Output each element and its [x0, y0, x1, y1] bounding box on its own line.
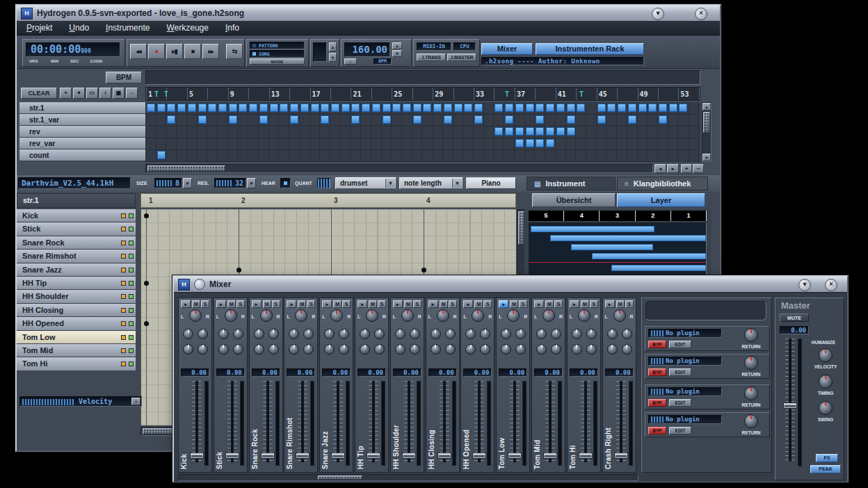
solo-led[interactable] — [129, 254, 134, 259]
instrument-row[interactable]: Kick — [17, 209, 136, 222]
channel-fader-handle[interactable] — [508, 453, 522, 459]
scroll-down-arrow[interactable]: ▾ — [702, 154, 711, 161]
master-fx-button[interactable]: FX — [816, 454, 838, 462]
song-cell[interactable] — [167, 115, 175, 124]
channel-fx-send-knob[interactable] — [572, 329, 582, 339]
mute-led[interactable] — [121, 308, 126, 313]
resolution-lcd[interactable]: 32 — [214, 178, 246, 188]
channel-solo-button[interactable]: S — [554, 300, 563, 308]
song-cell[interactable] — [515, 127, 524, 136]
song-cell[interactable] — [321, 104, 329, 112]
mute-led[interactable] — [121, 268, 126, 273]
channel-fx-send-knob[interactable] — [536, 344, 547, 355]
channel-fx-send-knob[interactable] — [324, 344, 335, 355]
channel-fx-send-knob[interactable] — [551, 329, 561, 339]
song-cell[interactable] — [413, 104, 421, 112]
channel-fx-send-knob[interactable] — [410, 344, 420, 355]
song-tool-button-4[interactable]: / — [99, 88, 111, 99]
song-cell[interactable] — [300, 104, 309, 112]
mute-led[interactable] — [121, 281, 126, 286]
layer-button[interactable]: Layer — [617, 193, 705, 207]
fx-bypass-button[interactable]: BYP — [648, 399, 666, 407]
song-cell[interactable] — [679, 104, 687, 112]
channel-fx-send-knob[interactable] — [198, 344, 208, 355]
channel-solo-button[interactable]: S — [342, 300, 351, 308]
instrument-row[interactable]: HH Tip — [17, 277, 136, 290]
song-cell[interactable] — [567, 127, 575, 136]
metronome-button[interactable]: ♪ — [344, 58, 357, 65]
pan-knob[interactable] — [437, 309, 449, 322]
song-cell[interactable] — [464, 104, 472, 112]
fx-edit-button[interactable]: EDIT — [669, 399, 691, 407]
channel-solo-button[interactable]: S — [413, 300, 421, 308]
channel-solo-button[interactable]: S — [307, 300, 315, 308]
mute-led[interactable] — [121, 213, 126, 218]
quantize-toggle[interactable] — [317, 178, 331, 188]
song-pattern-label[interactable]: str.1 — [19, 102, 145, 114]
fx-return-knob[interactable] — [744, 387, 758, 400]
channel-fx-send-knob[interactable] — [360, 344, 370, 355]
master-swing-knob[interactable] — [819, 401, 833, 415]
song-tool-button-6[interactable]: ↔ — [126, 88, 138, 99]
channel-fx-send-knob[interactable] — [515, 344, 526, 355]
song-cell[interactable] — [157, 151, 166, 159]
channel-solo-button[interactable]: S — [236, 300, 245, 308]
layer-tab-1[interactable]: 1 — [671, 211, 707, 221]
property-dropdown-arrow[interactable]: ▾ — [131, 398, 140, 405]
mute-led[interactable] — [121, 361, 126, 366]
solo-led[interactable] — [129, 321, 134, 326]
zoom-in-button[interactable]: + — [681, 164, 692, 173]
pattern-beat-ruler[interactable]: 1234 — [140, 193, 516, 208]
layer-tab-3[interactable]: 3 — [600, 211, 635, 221]
song-horizontal-scrollbar[interactable] — [145, 164, 653, 173]
song-cell[interactable] — [392, 104, 401, 112]
song-cell[interactable] — [280, 104, 288, 112]
note-dot[interactable] — [144, 281, 149, 286]
rewind-button[interactable]: ◂◂ — [130, 44, 147, 59]
jack-button-1[interactable]: J.TRANS — [417, 54, 446, 61]
song-cell[interactable] — [208, 104, 216, 112]
song-cell[interactable] — [311, 104, 319, 112]
song-cell[interactable] — [515, 139, 524, 147]
pan-knob[interactable] — [330, 309, 343, 322]
song-pattern-label[interactable]: rev — [19, 126, 145, 138]
fx-return-knob[interactable] — [744, 328, 758, 342]
fx-edit-button[interactable]: EDIT — [669, 427, 691, 434]
channel-fader-handle[interactable] — [579, 453, 593, 459]
song-tool-button-5[interactable]: ▦ — [113, 88, 124, 99]
pan-knob[interactable] — [507, 309, 520, 322]
song-cell[interactable] — [259, 115, 268, 124]
fx-return-knob[interactable] — [744, 414, 758, 428]
song-cell[interactable] — [433, 104, 442, 112]
song-cell[interactable] — [597, 115, 606, 124]
mute-led[interactable] — [121, 348, 126, 353]
song-cell[interactable] — [669, 104, 677, 112]
channel-fx-send-knob[interactable] — [445, 344, 456, 355]
song-cell[interactable] — [556, 127, 565, 136]
song-cell[interactable] — [383, 104, 391, 112]
note-dot[interactable] — [236, 268, 241, 273]
channel-fx-send-knob[interactable] — [586, 329, 597, 339]
channel-fx-send-knob[interactable] — [218, 344, 229, 355]
channel-mute-button[interactable]: M — [581, 300, 589, 308]
channel-fx-send-knob[interactable] — [395, 329, 405, 339]
channel-fx-send-knob[interactable] — [233, 344, 243, 355]
channel-play-button[interactable]: ▸ — [252, 300, 262, 308]
song-tool-button-2[interactable]: ▾ — [73, 88, 85, 99]
song-cell[interactable] — [577, 104, 585, 112]
pattern-mode-lcd[interactable]: PATTERN — [250, 42, 305, 49]
solo-led[interactable] — [129, 348, 134, 353]
song-tool-button-1[interactable]: + — [60, 88, 72, 99]
channel-fx-send-knob[interactable] — [586, 344, 597, 355]
channel-fx-send-knob[interactable] — [607, 344, 618, 355]
song-cell[interactable] — [536, 139, 544, 147]
note-dot[interactable] — [144, 321, 149, 326]
song-cell[interactable] — [167, 104, 175, 112]
channel-fx-send-knob[interactable] — [303, 344, 314, 355]
channel-fx-send-knob[interactable] — [480, 329, 490, 339]
song-cell[interactable] — [341, 104, 350, 112]
scroll-left-arrow[interactable]: ◂ — [654, 164, 666, 173]
scroll-grip[interactable] — [518, 211, 524, 245]
master-peak-button[interactable]: PEAK — [810, 465, 841, 473]
channel-fader-handle[interactable] — [614, 453, 628, 459]
